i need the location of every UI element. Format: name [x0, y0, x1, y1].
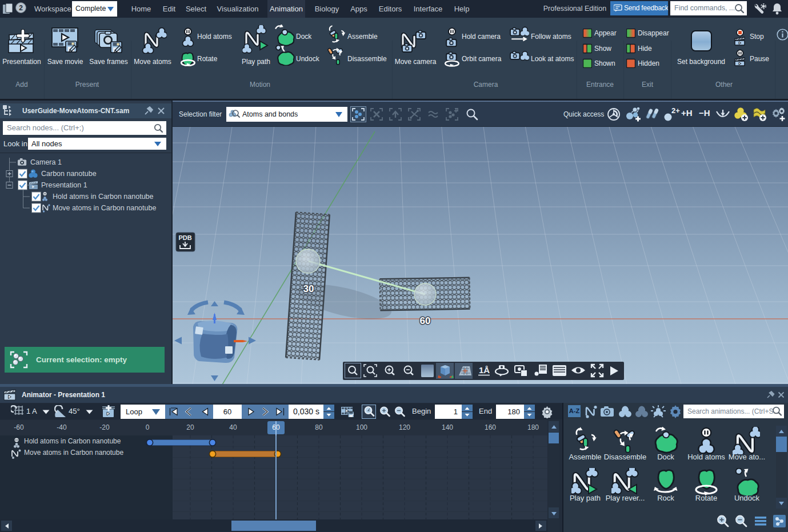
svg-text:Carbon nanotube: Carbon nanotube	[41, 170, 97, 178]
svg-text:60: 60	[420, 315, 431, 326]
svg-text:2+: 2+	[671, 106, 680, 115]
svg-text:Hold atoms in Carbon nanotube: Hold atoms in Carbon nanotube	[53, 193, 154, 201]
svg-text:Move atoms in Carbon nanotube: Move atoms in Carbon nanotube	[53, 204, 156, 212]
svg-text:PDB: PDB	[178, 234, 191, 241]
svg-text:1Å: 1Å	[479, 365, 490, 375]
svg-text:30: 30	[303, 283, 314, 294]
svg-text:Presentation 1: Presentation 1	[41, 181, 87, 189]
svg-text:Camera 1: Camera 1	[30, 158, 62, 166]
